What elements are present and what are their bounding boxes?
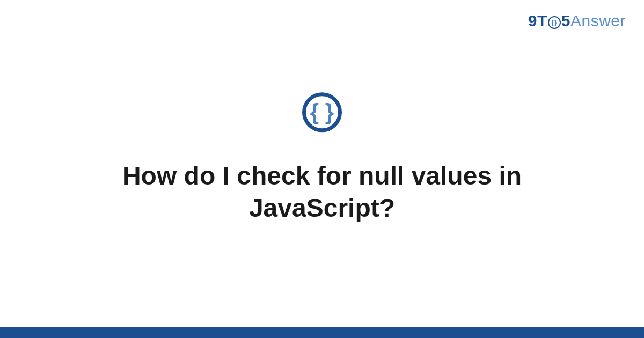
brand-text-9t: 9T (528, 12, 547, 30)
bottom-accent-bar (0, 327, 644, 338)
question-title: How do I check for null values in JavaSc… (75, 160, 569, 224)
topic-icon-glyph: { } (310, 99, 334, 125)
brand-text-answer: Answer (570, 12, 626, 30)
brand-text-5: 5 (561, 12, 570, 30)
code-braces-icon: { } (302, 92, 342, 132)
brand-logo: 9T{}5Answer (528, 12, 626, 30)
main-content: { } How do I check for null values in Ja… (0, 92, 644, 224)
brand-circle-icon: {} (548, 16, 561, 29)
